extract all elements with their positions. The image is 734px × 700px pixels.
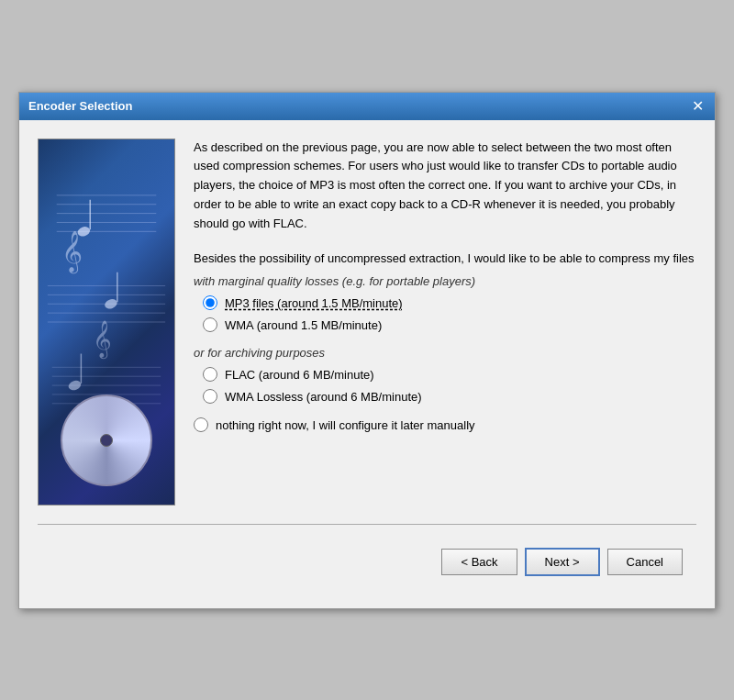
radio-mp3[interactable] [203, 295, 217, 310]
radio-item-wma[interactable]: WMA (around 1.5 MB/minute) [203, 317, 696, 332]
radio-item-mp3[interactable]: MP3 files (around 1.5 MB/minute) [203, 295, 696, 310]
back-button[interactable]: < Back [441, 549, 517, 575]
cd-hole [100, 434, 113, 447]
radio-item-wmalossless[interactable]: WMA Lossless (around 6 MB/minute) [203, 389, 696, 404]
side-image-inner: 𝄞 𝄞 [39, 139, 174, 505]
main-area: 𝄞 𝄞 As described on the previous page, y… [38, 139, 696, 506]
radio-wmalossless-label[interactable]: WMA Lossless (around 6 MB/minute) [225, 390, 422, 404]
window-title: Encoder Selection [28, 99, 132, 113]
radio-wma-label[interactable]: WMA (around 1.5 MB/minute) [225, 318, 382, 332]
radio-flac-label[interactable]: FLAC (around 6 MB/minute) [225, 368, 374, 382]
svg-point-19 [67, 379, 82, 392]
description-text: As described on the previous page, you a… [194, 139, 696, 234]
radio-mp3-label[interactable]: MP3 files (around 1.5 MB/minute) [225, 296, 403, 310]
next-button[interactable]: Next > [525, 548, 600, 576]
cd-image [61, 394, 152, 486]
radio-item-flac[interactable]: FLAC (around 6 MB/minute) [203, 367, 696, 382]
description2-text: Besides the possibility of uncompressed … [194, 251, 696, 265]
radio-nothing[interactable] [194, 417, 208, 432]
section1-label: with marginal quality losses (e.g. for p… [194, 274, 696, 288]
title-bar: Encoder Selection ✕ [19, 93, 715, 120]
svg-point-17 [104, 297, 118, 310]
side-image: 𝄞 𝄞 [38, 139, 175, 506]
window-content: 𝄞 𝄞 As described on the previous page, y… [19, 120, 715, 608]
horizontal-divider [38, 524, 696, 525]
svg-text:𝄞: 𝄞 [61, 229, 83, 273]
radio-group-marginal: MP3 files (around 1.5 MB/minute) WMA (ar… [194, 295, 696, 332]
radio-flac[interactable] [203, 367, 217, 382]
cancel-button[interactable]: Cancel [607, 549, 683, 575]
svg-text:𝄞: 𝄞 [93, 319, 112, 359]
right-content: As described on the previous page, you a… [194, 139, 696, 506]
radio-group-archive: FLAC (around 6 MB/minute) WMA Lossless (… [194, 367, 696, 404]
radio-wmalossless[interactable] [203, 389, 217, 404]
radio-wma[interactable] [203, 317, 217, 332]
encoder-selection-dialog: Encoder Selection ✕ [18, 92, 716, 609]
button-bar: < Back Next > Cancel [38, 539, 696, 590]
radio-nothing-label[interactable]: nothing right now, I will configure it l… [216, 418, 475, 432]
radio-item-nothing[interactable]: nothing right now, I will configure it l… [194, 417, 696, 432]
section2-label: or for archiving purposes [194, 346, 696, 360]
close-button[interactable]: ✕ [689, 98, 706, 115]
